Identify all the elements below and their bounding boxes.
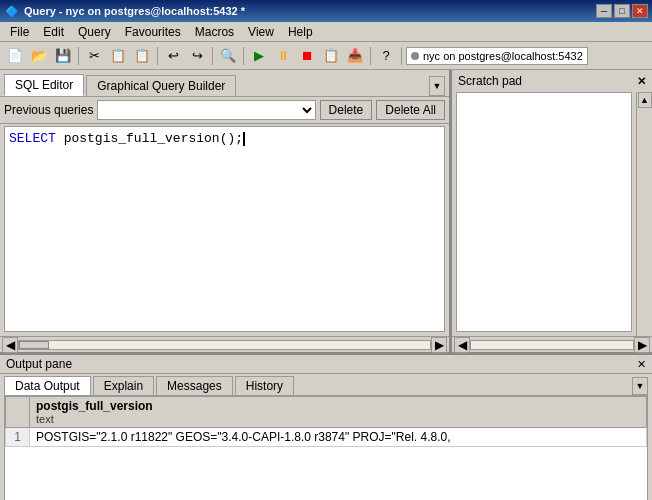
output-title: Output pane xyxy=(6,357,72,371)
connection-indicator: nyc on postgres@localhost:5432 xyxy=(406,47,588,65)
hscroll-track[interactable] xyxy=(18,340,431,350)
toolbar-search[interactable]: 🔍 xyxy=(217,45,239,67)
scratch-hscroll[interactable]: ◀ ▶ xyxy=(452,336,652,352)
previous-queries-label: Previous queries xyxy=(4,103,93,117)
scratch-close-button[interactable]: ✕ xyxy=(637,75,646,88)
scratch-hscroll-left[interactable]: ◀ xyxy=(454,337,470,353)
menu-file[interactable]: File xyxy=(4,23,35,41)
toolbar-sep-5 xyxy=(370,47,371,65)
toolbar-new[interactable]: 📄 xyxy=(4,45,26,67)
toolbar-open[interactable]: 📂 xyxy=(28,45,50,67)
col-header-postgis: postgis_full_version text xyxy=(30,397,647,428)
minimize-button[interactable]: ─ xyxy=(596,4,612,18)
hscroll-left[interactable]: ◀ xyxy=(2,337,18,353)
connection-dot xyxy=(411,52,419,60)
toolbar-sep-1 xyxy=(78,47,79,65)
hscroll-thumb[interactable] xyxy=(19,341,49,349)
menu-help[interactable]: Help xyxy=(282,23,319,41)
scratch-scroll-up[interactable]: ▲ xyxy=(638,92,652,108)
menu-query[interactable]: Query xyxy=(72,23,117,41)
col-name: postgis_full_version xyxy=(36,399,640,413)
toolbar-copy[interactable]: 📋 xyxy=(107,45,129,67)
toolbar-paste[interactable]: 📋 xyxy=(131,45,153,67)
tab-explain[interactable]: Explain xyxy=(93,376,154,395)
toolbar-sep-2 xyxy=(157,47,158,65)
previous-queries-bar: Previous queries Delete Delete All xyxy=(0,96,449,124)
toolbar-pause[interactable]: ⏸ xyxy=(272,45,294,67)
toolbar: 📄 📂 💾 ✂ 📋 📋 ↩ ↪ 🔍 ▶ ⏸ ⏹ 📋 📥 ? nyc on pos… xyxy=(0,42,652,70)
toolbar-undo[interactable]: ↩ xyxy=(162,45,184,67)
menu-macros[interactable]: Macros xyxy=(189,23,240,41)
toolbar-sep-4 xyxy=(243,47,244,65)
row-number: 1 xyxy=(6,428,30,447)
col-type: text xyxy=(36,413,640,425)
output-content[interactable]: postgis_full_version text 1 POSTGIS="2.1… xyxy=(4,395,648,500)
window-title: Query - nyc on postgres@localhost:5432 * xyxy=(24,5,245,17)
toolbar-stop[interactable]: ⏹ xyxy=(296,45,318,67)
title-bar: 🔷 Query - nyc on postgres@localhost:5432… xyxy=(0,0,652,22)
output-header: Output pane ✕ xyxy=(0,355,652,374)
hscroll-right[interactable]: ▶ xyxy=(431,337,447,353)
scratch-title: Scratch pad xyxy=(458,74,522,88)
menu-bar: File Edit Query Favourites Macros View H… xyxy=(0,22,652,42)
tab-sql-editor[interactable]: SQL Editor xyxy=(4,74,84,96)
toolbar-cut[interactable]: ✂ xyxy=(83,45,105,67)
menu-favourites[interactable]: Favourites xyxy=(119,23,187,41)
code-editor[interactable]: SELECT postgis_full_version(); xyxy=(4,126,445,332)
toolbar-download[interactable]: 📥 xyxy=(344,45,366,67)
code-line-1: SELECT postgis_full_version(); xyxy=(9,131,440,146)
close-button[interactable]: ✕ xyxy=(632,4,648,18)
main-area: SQL Editor Graphical Query Builder ▼ Pre… xyxy=(0,70,652,355)
scratch-header: Scratch pad ✕ xyxy=(452,70,652,92)
tab-messages[interactable]: Messages xyxy=(156,376,233,395)
editor-panel: SQL Editor Graphical Query Builder ▼ Pre… xyxy=(0,70,452,352)
editor-tabs-dropdown[interactable]: ▼ xyxy=(429,76,445,96)
menu-view[interactable]: View xyxy=(242,23,280,41)
connection-label: nyc on postgres@localhost:5432 xyxy=(423,50,583,62)
menu-edit[interactable]: Edit xyxy=(37,23,70,41)
delete-button[interactable]: Delete xyxy=(320,100,373,120)
app-icon: 🔷 xyxy=(4,3,20,19)
scratch-panel: Scratch pad ✕ ▲ ◀ ▶ xyxy=(452,70,652,352)
tab-history[interactable]: History xyxy=(235,376,294,395)
tab-data-output[interactable]: Data Output xyxy=(4,376,91,395)
toolbar-sep-3 xyxy=(212,47,213,65)
maximize-button[interactable]: □ xyxy=(614,4,630,18)
editor-tabs: SQL Editor Graphical Query Builder ▼ xyxy=(0,70,449,96)
data-table: postgis_full_version text 1 POSTGIS="2.1… xyxy=(5,396,647,447)
scratch-hscroll-track[interactable] xyxy=(470,340,634,350)
toolbar-explain[interactable]: 📋 xyxy=(320,45,342,67)
scratch-content[interactable] xyxy=(456,92,632,332)
scratch-hscroll-right[interactable]: ▶ xyxy=(634,337,650,353)
toolbar-sep-6 xyxy=(401,47,402,65)
scratch-vscroll[interactable]: ▲ xyxy=(636,92,652,336)
output-pane: Output pane ✕ Data Output Explain Messag… xyxy=(0,355,652,500)
toolbar-redo[interactable]: ↪ xyxy=(186,45,208,67)
output-tabs: Data Output Explain Messages History ▼ xyxy=(0,374,652,395)
output-close-button[interactable]: ✕ xyxy=(637,358,646,371)
output-tabs-dropdown[interactable]: ▼ xyxy=(632,377,648,395)
row-value: POSTGIS="2.1.0 r11822" GEOS="3.4.0-CAPI-… xyxy=(30,428,647,447)
editor-hscroll[interactable]: ◀ ▶ xyxy=(0,336,449,352)
toolbar-help[interactable]: ? xyxy=(375,45,397,67)
delete-all-button[interactable]: Delete All xyxy=(376,100,445,120)
previous-queries-select[interactable] xyxy=(97,100,315,120)
toolbar-save[interactable]: 💾 xyxy=(52,45,74,67)
row-num-header xyxy=(6,397,30,428)
table-row: 1 POSTGIS="2.1.0 r11822" GEOS="3.4.0-CAP… xyxy=(6,428,647,447)
toolbar-run[interactable]: ▶ xyxy=(248,45,270,67)
tab-graphical-query-builder[interactable]: Graphical Query Builder xyxy=(86,75,236,96)
